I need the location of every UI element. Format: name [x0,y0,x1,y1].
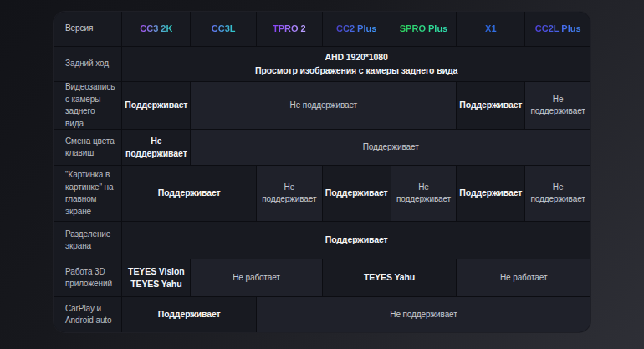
row-label-работа-3d-приложений: Работа 3D приложений [54,259,121,296]
value-cell: Поддерживает [122,222,590,259]
version-name: SPRO Plus [400,23,447,36]
header-version-cc3-2k: CC3 2K [122,12,190,46]
header-version-x1: X1 [457,12,524,46]
row-label-задний-ход: Задний ход [54,47,121,81]
row-label-carplay-и-android-auto: CarPlay и Android auto [54,297,121,332]
row-label-картинка-в-картинке-на-главном: "Картинка в картинке" на главном экране [54,166,121,221]
header-version-spro-plus: SPRO Plus [391,12,457,46]
row-label-разделение-экрана: Разделение экрана [54,222,121,259]
row-label-смена-цвета-клавиш: Смена цвета клавиш [54,130,121,165]
value-cell: Не поддерживает [191,82,456,129]
version-name: CC3 2K [140,23,172,36]
row-label-видеозапись-с-камеры-заднего-в: Видеозапись с камеры заднего вида [54,82,121,129]
value-cell: TEYES Vision TEYES Yahu [122,259,190,296]
value-cell: TEYES Yahu [323,259,457,296]
version-name: CC2 Plus [336,23,376,36]
value-cell: Поддерживает [323,166,391,221]
value-cell: Не поддерживает [257,297,590,332]
value-cell: Поддерживает [122,297,256,332]
value-cell: Поддерживает [191,130,590,165]
version-name: TPRO 2 [273,23,306,36]
value-cell: Не поддерживает [391,166,457,221]
value-cell: Не поддерживает [525,82,590,129]
header-version-cc2-plus: CC2 Plus [323,12,391,46]
comparison-table: ВерсияCC3 2KCC3LTPRO 2CC2 PlusSPRO PlusX… [54,12,590,332]
value-cell: Не поддерживает [525,166,590,221]
header-version-cc3l: CC3L [191,12,256,46]
value-cell: Не поддерживает [257,166,322,221]
value-cell: Не поддерживает [122,130,190,165]
value-cell: AHD 1920*1080 Просмотр изображения с кам… [122,47,590,81]
header-version-label: Версия [54,12,121,46]
value-cell: Не работает [457,259,590,296]
header-version-cc2l-plus: CC2L Plus [525,12,590,46]
version-name: CC2L Plus [535,23,581,36]
header-version-tpro-2: TPRO 2 [257,12,322,46]
value-cell: Не работает [191,259,321,296]
value-cell: Поддерживает [457,82,524,129]
version-name: CC3L [212,23,236,36]
value-cell: Поддерживает [122,166,256,221]
value-cell: Поддерживает [457,166,524,221]
value-cell: Поддерживает [122,82,190,129]
version-name: X1 [485,23,496,36]
